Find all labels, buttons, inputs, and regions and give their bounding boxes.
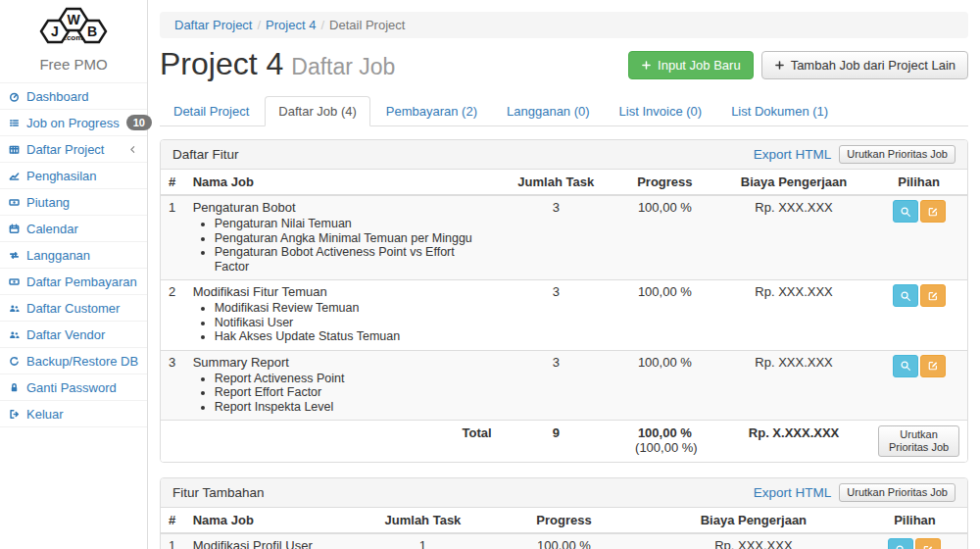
- sidebar-item-dashboard[interactable]: Dashboard: [0, 82, 147, 109]
- refresh-icon: [9, 356, 20, 367]
- export-html-link[interactable]: Export HTML: [754, 484, 832, 501]
- sidebar-item-daftar-project[interactable]: Daftar Project: [0, 135, 147, 162]
- sidebar-item-backup-restore-db[interactable]: Backup/Restore DB: [0, 347, 147, 374]
- brand-name: Free PMO: [0, 54, 147, 82]
- tab-daftar-job-4[interactable]: Daftar Job (4): [265, 96, 369, 126]
- cost-cell: Rp. XXX.XXX: [717, 350, 870, 421]
- sidebar-item-label: Daftar Vendor: [26, 327, 105, 342]
- sidebar-item-ganti-password[interactable]: Ganti Password: [0, 374, 147, 400]
- plus-icon: [641, 60, 652, 71]
- money-icon: [9, 276, 20, 287]
- task-count-cell: 1: [363, 533, 483, 549]
- job-name-cell: Pengaturan Bobot Pengaturan Nilai Temuan…: [185, 195, 500, 280]
- dashboard-icon: [9, 91, 20, 102]
- sidebar-item-label: Langganan: [26, 248, 90, 263]
- tab-list-dokumen-1[interactable]: List Dokumen (1): [717, 96, 842, 126]
- sidebar-item-daftar-vendor[interactable]: Daftar Vendor: [0, 321, 147, 347]
- tab-list-invoice-0[interactable]: List Invoice (0): [606, 96, 716, 126]
- sidebar-item-label: Daftar Project: [26, 142, 104, 157]
- breadcrumb-current: Detail Project: [329, 18, 405, 32]
- sidebar-item-penghasilan[interactable]: Penghasilan: [0, 162, 147, 188]
- lock-icon: [9, 382, 20, 393]
- breadcrumb-link-project-4[interactable]: Project 4: [266, 18, 316, 32]
- column-header: Pilihan: [870, 170, 967, 195]
- edit-job-button[interactable]: [920, 200, 946, 223]
- main-content: Daftar Project/Project 4/Detail Project …: [148, 0, 980, 549]
- chevron-left-icon: [126, 143, 139, 156]
- sidebar-item-daftar-customer[interactable]: Daftar Customer: [0, 294, 147, 321]
- sidebar-item-label: Job on Progress: [26, 116, 120, 130]
- subtask-item: Pengaturan Angka Minimal Temuan per Ming…: [215, 231, 492, 246]
- sidebar-item-label: Daftar Customer: [26, 301, 120, 316]
- sidebar-item-calendar[interactable]: Calendar: [0, 215, 147, 241]
- column-header: Jumlah Task: [500, 170, 612, 195]
- edit-job-button[interactable]: [920, 284, 946, 307]
- svg-text:.com: .com: [65, 33, 83, 42]
- sidebar-item-label: Piutang: [26, 195, 70, 210]
- task-count-cell: 3: [500, 280, 612, 351]
- retweet-icon: [9, 250, 20, 261]
- users-icon: [9, 329, 20, 340]
- list-icon: [9, 118, 20, 128]
- subtask-item: Report Inspekta Level: [215, 400, 492, 415]
- view-job-button[interactable]: [893, 200, 918, 223]
- sidebar-item-keluar[interactable]: Keluar: [0, 400, 147, 427]
- view-job-button[interactable]: [888, 538, 913, 549]
- view-job-button[interactable]: [893, 355, 918, 377]
- calendar-icon: [9, 224, 20, 234]
- sidebar-item-langganan[interactable]: Langganan: [0, 241, 147, 268]
- calendar-icon: [9, 224, 20, 234]
- sort-priority-button[interactable]: Urutkan Prioritas Job: [878, 425, 959, 457]
- sort-priority-button[interactable]: Urutkan Prioritas Job: [839, 483, 956, 502]
- jwb-logo: J W B .com: [0, 0, 147, 54]
- progress-cell: 100,00 %: [612, 350, 717, 421]
- total-progress: 100,00 %(100,00 %): [612, 421, 717, 463]
- column-header: #: [161, 170, 185, 195]
- tab-pembayaran-2[interactable]: Pembayaran (2): [372, 96, 491, 126]
- edit-job-button[interactable]: [920, 355, 946, 377]
- table-row: 1 Pengaturan Bobot Pengaturan Nilai Temu…: [161, 195, 967, 280]
- search-icon: [895, 544, 906, 549]
- job-table: #Nama JobJumlah TaskProgressBiaya Penger…: [161, 170, 967, 462]
- sidebar-item-job-on-progress[interactable]: Job on Progress 10: [0, 109, 147, 135]
- tab-detail-project[interactable]: Detail Project: [160, 96, 263, 126]
- view-job-button[interactable]: [893, 284, 918, 307]
- actions-cell: [870, 350, 967, 421]
- breadcrumb-link-daftar-project[interactable]: Daftar Project: [174, 18, 252, 32]
- tab-langganan-0[interactable]: Langganan (0): [493, 96, 604, 126]
- edit-job-button[interactable]: [915, 538, 941, 549]
- subtask-list: Pengaturan Nilai TemuanPengaturan Angka …: [193, 217, 492, 274]
- sidebar-item-daftar-pembayaran[interactable]: Daftar Pembayaran: [0, 268, 147, 294]
- subtask-item: Report Effort Factor: [215, 385, 492, 400]
- panel-title: Daftar Fitur: [172, 146, 239, 163]
- sidebar-item-label: Ganti Password: [26, 380, 117, 395]
- chart-icon: [9, 171, 20, 181]
- export-html-link[interactable]: Export HTML: [754, 146, 832, 163]
- table-row: 1 Modifikasi Profil User Tab F/U Temuan …: [161, 533, 967, 549]
- tambah-job-dari-project-lain-button[interactable]: Tambah Job dari Project Lain: [761, 51, 968, 79]
- sidebar-item-piutang[interactable]: Piutang: [0, 188, 147, 215]
- total-label: Total: [185, 421, 500, 463]
- sort-priority-button[interactable]: Urutkan Prioritas Job: [839, 145, 956, 164]
- tab-bar: Detail Project Daftar Job (4) Pembayaran…: [160, 96, 968, 126]
- sidebar-item-label: Penghasilan: [26, 169, 97, 183]
- edit-icon: [922, 544, 934, 549]
- actions-cell: [870, 195, 967, 280]
- input-job-baru-button[interactable]: Input Job Baru: [628, 51, 754, 79]
- row-number: 3: [161, 350, 185, 421]
- table-icon: [9, 144, 20, 155]
- sidebar-menu: Dashboard Job on Progress 10 Daftar Proj…: [0, 82, 147, 427]
- row-number: 2: [161, 280, 185, 351]
- row-number: 1: [161, 195, 185, 280]
- total-actions-cell: Urutkan Prioritas Job: [870, 421, 967, 463]
- column-header: #: [161, 508, 185, 533]
- job-name-cell: Modifikasi Fitur Temuan Modifikasi Revie…: [185, 280, 500, 351]
- column-header: Biaya Pengerjaan: [645, 508, 862, 533]
- progress-cell: 100,00 %: [612, 280, 717, 351]
- edit-icon: [927, 206, 939, 218]
- search-icon: [900, 290, 911, 302]
- subtask-item: Notifikasi User: [215, 316, 492, 330]
- refresh-icon: [9, 356, 20, 367]
- svg-text:J: J: [51, 24, 59, 39]
- progress-cell: 100,00 %: [483, 533, 645, 549]
